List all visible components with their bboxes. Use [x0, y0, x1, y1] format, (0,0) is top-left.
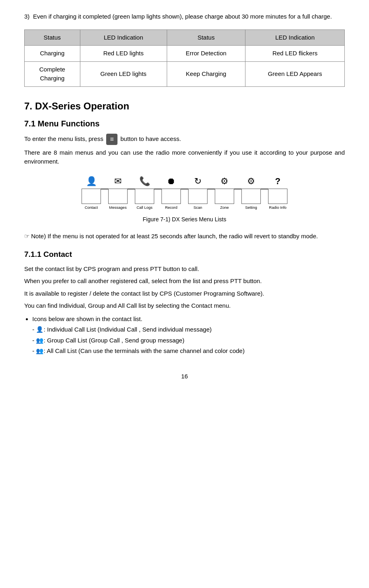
figure-caption: Figure 7-1) DX Series Menu Lists [143, 215, 226, 224]
cell-green-appears: Green LED Appears [245, 61, 345, 86]
contact-line1: Set the contact list by CPS program and … [24, 265, 345, 274]
contact-box [82, 189, 101, 204]
radioinfo-label: Radio Info [269, 205, 286, 210]
group-text: : Group Call List (Group Call , Send gro… [44, 337, 184, 344]
menu-item-calllogs: 📞 Call Logs [135, 174, 154, 210]
menu-item-setting: ⚙ Setting [241, 174, 261, 210]
para1-text: To enter the menu lists, press [24, 135, 103, 142]
setting-box [241, 189, 261, 204]
table-row: CompleteCharging Green LED lights Keep C… [25, 61, 345, 86]
cell-error: Error Detection [167, 46, 245, 62]
table-body: Charging Red LED lights Error Detection … [25, 46, 345, 87]
intro-number: 3) [24, 13, 29, 20]
menu-desc-para: There are 8 main menus and you can use t… [24, 148, 345, 166]
connector [101, 189, 108, 189]
col-led1: LED Indication [80, 29, 167, 46]
radioinfo-box [268, 189, 287, 204]
contact-group: - 👥: Group Call List (Group Call , Send … [32, 336, 345, 345]
allcall-text: : All Call List (Can use the terminals w… [44, 347, 245, 354]
menu-item-radioinfo: ? Radio Info [268, 174, 287, 210]
scan-box [188, 189, 208, 204]
record-label: Record [165, 205, 178, 210]
messages-box [108, 189, 128, 204]
menu-item-messages: ✉ Messages [108, 174, 128, 210]
zone-label: Zone [220, 205, 229, 210]
col-status2: Status [167, 29, 245, 46]
cell-green-led: Green LED lights [80, 61, 167, 86]
calllogs-box [135, 189, 154, 204]
contact-icons-list: Icons below are shown in the contact lis… [32, 315, 345, 324]
contact-line2: When you prefer to call another register… [24, 277, 345, 286]
subsection711-title: 7.1.1 Contact [24, 249, 345, 260]
connector [234, 189, 241, 189]
contact-line4: You can find Individual, Group and All C… [24, 301, 345, 311]
individual-icon: 👤 [36, 326, 44, 333]
intro-text: Even if charging it completed (green lam… [33, 13, 332, 20]
col-status1: Status [25, 29, 80, 46]
subsection71-title: 7.1 Menu Functions [24, 118, 345, 130]
para1-end: button to have access. [120, 135, 181, 142]
zone-box [215, 189, 234, 204]
table-header: Status LED Indication Status LED Indicat… [25, 29, 345, 46]
col-led2: LED Indication [245, 29, 345, 46]
connector [208, 189, 215, 189]
calllogs-label: Call Logs [136, 205, 153, 210]
group-icon: 👥 [36, 337, 44, 344]
note-symbol: ☞ [24, 232, 29, 241]
cell-charging: Charging [25, 46, 80, 62]
connector [154, 189, 161, 189]
scan-label: Scan [193, 205, 202, 210]
page-number: 16 [24, 372, 345, 381]
setting-label: Setting [245, 205, 257, 210]
cell-complete: CompleteCharging [25, 61, 80, 86]
menu-item-contact: 👤 Contact [82, 174, 101, 210]
connector [128, 189, 135, 189]
messages-label: Messages [109, 205, 126, 210]
allcall-icon: 👥 [36, 347, 44, 354]
connector [261, 189, 268, 189]
contact-line3: It is available to register / delete the… [24, 289, 345, 298]
record-box [161, 189, 181, 204]
menu-item-zone: ⚙ Zone [215, 174, 234, 210]
menu-figure: 👤 Contact ✉ Messages 📞 Call Logs ⏺ [24, 174, 345, 224]
note-text: Note) If the menu is not operated for at… [31, 232, 318, 241]
menu-access-para: To enter the menu lists, press button to… [24, 134, 345, 145]
contact-bullet-intro: Icons below are shown in the contact lis… [32, 315, 345, 324]
contact-sub-list: - 👤: Individual Call List (Individual Ca… [32, 325, 345, 356]
contact-allcall: - 👥: All Call List (Can use the terminal… [32, 346, 345, 356]
menu-item-record: ⏺ Record [161, 174, 181, 210]
connector [181, 189, 188, 189]
cell-red-led: Red LED lights [80, 46, 167, 62]
contact-individual: - 👤: Individual Call List (Individual Ca… [32, 325, 345, 334]
table-row: Charging Red LED lights Error Detection … [25, 46, 345, 62]
menu-item-scan: ↻ Scan [188, 174, 208, 210]
cell-keep-charging: Keep Charging [167, 61, 245, 86]
section7-title: 7. DX-Series Operation [24, 99, 345, 113]
cell-red-flicker: Red LED flickers [245, 46, 345, 62]
charge-table: Status LED Indication Status LED Indicat… [24, 29, 345, 87]
menu-icons-row: 👤 Contact ✉ Messages 📞 Call Logs ⏺ [82, 174, 287, 210]
intro-paragraph: 3) Even if charging it completed (green … [24, 12, 345, 21]
individual-text: : Individual Call List (Individual Call … [44, 326, 212, 333]
note-paragraph: ☞ Note) If the menu is not operated for … [24, 232, 345, 241]
contact-label: Contact [85, 205, 98, 210]
menu-button-icon [106, 134, 117, 145]
